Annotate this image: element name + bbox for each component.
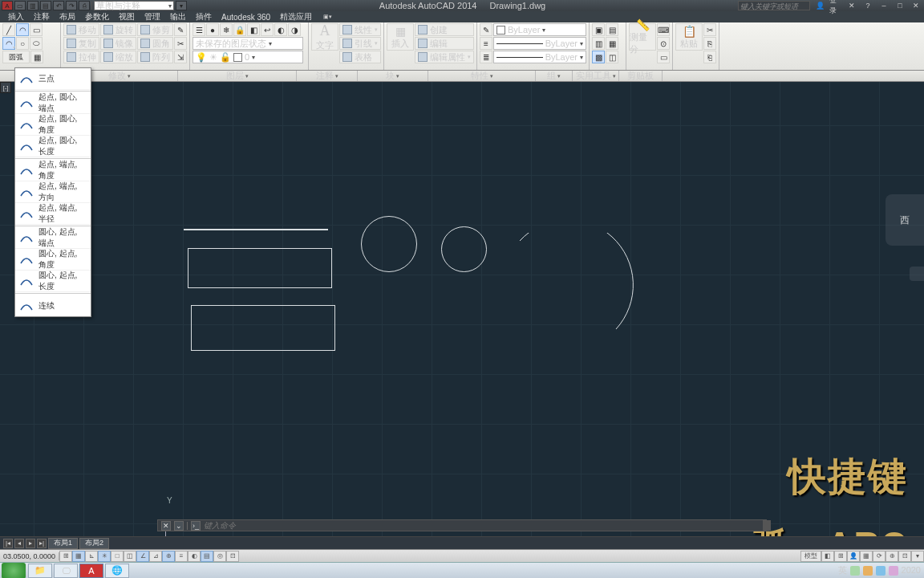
tab-featured[interactable]: 精选应用 xyxy=(275,11,317,22)
window-close[interactable]: ✕ xyxy=(910,1,922,10)
panel-title-block[interactable]: 块▾ xyxy=(358,71,428,81)
panel-title-layer[interactable]: 图层▾ xyxy=(178,71,297,81)
arc-opt-sed[interactable]: 起点, 端点, 方向 xyxy=(15,181,91,203)
line-tool[interactable]: ╱ xyxy=(2,23,15,36)
group-make[interactable]: ▣ xyxy=(592,23,605,36)
tab-parametric[interactable]: 参数化 xyxy=(80,11,114,22)
exchange-icon[interactable]: ✕ xyxy=(845,1,858,10)
group-mgr[interactable]: ◫ xyxy=(606,51,618,63)
arc-tool-open[interactable]: ◠▾ xyxy=(2,37,15,50)
sb-r1[interactable]: ◧ xyxy=(821,551,834,562)
signin-label[interactable]: 登录 xyxy=(829,1,842,10)
insert-big-button[interactable]: ▦插入 xyxy=(387,23,414,51)
layout-tab-1[interactable]: 布局1 xyxy=(48,538,78,549)
fillet-button[interactable]: 圆角 xyxy=(137,37,173,50)
explode-tool[interactable]: ✂ xyxy=(174,37,187,50)
sb-r8[interactable]: ▾ xyxy=(911,551,924,562)
qat-redo[interactable]: ↷ xyxy=(66,1,77,10)
rect-tool[interactable]: ▭ xyxy=(30,23,43,36)
drawn-line[interactable] xyxy=(184,229,328,230)
text-big-button[interactable]: A文字 xyxy=(311,23,338,51)
select-tool[interactable]: ▭ xyxy=(657,51,670,63)
start-button[interactable] xyxy=(2,563,26,579)
layer-prev[interactable]: ↩ xyxy=(261,23,274,36)
arc-opt-scl[interactable]: 起点, 圆心, 长度 xyxy=(15,136,91,157)
app-icon[interactable]: A xyxy=(2,1,13,10)
layer-prop[interactable]: ☰ xyxy=(192,23,205,36)
arc-opt-sca[interactable]: 起点, 圆心, 角度 xyxy=(15,114,91,136)
qat-more[interactable]: ▾ xyxy=(176,1,187,10)
tab-output[interactable]: 输出 xyxy=(165,11,191,22)
lineweight-combo[interactable]: ByLayer▾ xyxy=(493,37,586,50)
arc-opt-cse[interactable]: 圆心, 起点, 端点 xyxy=(15,227,91,249)
arc-opt-sce[interactable]: 起点, 圆心, 端点 xyxy=(15,92,91,114)
panel-title-group[interactable]: 组▾ xyxy=(536,71,573,81)
cmd-resize-handle[interactable] xyxy=(763,520,771,531)
window-maximize[interactable]: □ xyxy=(894,1,906,10)
tab-nav-first[interactable]: |◂ xyxy=(3,539,13,548)
help-icon[interactable]: ? xyxy=(861,1,874,10)
panel-title-annot[interactable]: 注释▾ xyxy=(297,71,358,81)
task-explorer[interactable]: 📁 xyxy=(28,564,52,578)
tab-insert[interactable]: 插入 xyxy=(3,11,29,22)
workspace-combo[interactable]: 草图与注释 ▾ xyxy=(94,1,174,10)
calc-tool[interactable]: ⌨ xyxy=(657,23,670,36)
match-prop[interactable]: ✎ xyxy=(480,23,492,36)
sb-r6[interactable]: ⊕ xyxy=(886,551,898,562)
arc-opt-3point[interactable]: 三点 xyxy=(15,68,91,90)
layer-more2[interactable]: ◑ xyxy=(288,23,301,36)
sb-lwt[interactable]: ≡ xyxy=(175,551,188,562)
offset-tool[interactable]: ⇲ xyxy=(174,51,187,63)
tab-nav-last[interactable]: ▸| xyxy=(37,539,47,548)
drawn-circle-1[interactable] xyxy=(361,216,417,272)
tab-nav-prev[interactable]: ◂ xyxy=(14,539,24,548)
sb-r2[interactable]: ⊞ xyxy=(834,551,847,562)
qat-new[interactable]: ▭ xyxy=(14,1,26,10)
sb-trans[interactable]: ◐ xyxy=(188,551,201,562)
task-browser[interactable]: 🌐 xyxy=(105,564,129,578)
block-attr[interactable]: 编辑属性▾ xyxy=(415,51,474,63)
panel-title-clip[interactable]: 剪贴板 xyxy=(619,71,663,81)
sb-polar[interactable]: ✳ xyxy=(98,551,111,562)
ellipse-tool[interactable]: ⬭ xyxy=(30,37,43,50)
sb-snap[interactable]: ⊞ xyxy=(59,551,72,562)
tab-annotate[interactable]: 注释 xyxy=(29,11,55,22)
qat-save[interactable]: ▤ xyxy=(40,1,51,10)
tab-autodesk360[interactable]: Autodesk 360 xyxy=(217,11,275,22)
rotate-button[interactable]: 旋转 xyxy=(100,23,136,36)
prop-list1[interactable]: ≡ xyxy=(480,37,492,50)
measure-button[interactable]: 📏测量分 xyxy=(629,23,656,51)
layer-state-combo[interactable]: 未保存的图层状态▾ xyxy=(192,37,303,50)
sb-ducs[interactable]: ⊿ xyxy=(149,551,162,562)
tab-nav-next[interactable]: ▸ xyxy=(26,539,35,548)
tab-expand[interactable]: ▣▾ xyxy=(317,11,337,22)
tray-clock[interactable]: 2020 xyxy=(902,567,921,574)
copy-clip[interactable]: ⎘ xyxy=(703,37,716,50)
qat-undo[interactable]: ↶ xyxy=(53,1,64,10)
drawing-canvas[interactable]: Y X 西 快捷键 弧：ARC xyxy=(0,82,924,538)
sb-dyn[interactable]: ⊕ xyxy=(162,551,175,562)
move-button[interactable]: 移动 xyxy=(63,23,99,36)
help-search[interactable]: 键入关键字或短语 xyxy=(738,1,810,10)
color-combo[interactable]: ByLayer▾ xyxy=(493,23,586,36)
viewport-control[interactable]: [-] xyxy=(0,82,11,93)
tab-plugins[interactable]: 插件 xyxy=(191,11,217,22)
arc-opt-csa[interactable]: 圆心, 起点, 角度 xyxy=(15,249,91,271)
cmd-close[interactable]: ✕ xyxy=(161,521,171,531)
sb-3dosnap[interactable]: ◫ xyxy=(124,551,136,562)
group-un[interactable]: ▥ xyxy=(592,37,605,50)
array-button[interactable]: 阵列 xyxy=(137,51,173,63)
layer-iso[interactable]: ◧ xyxy=(247,23,260,36)
arc-opt-csl[interactable]: 圆心, 起点, 长度 xyxy=(15,271,91,292)
cmd-input[interactable] xyxy=(204,521,763,530)
panel-title-util[interactable]: 实用工具▾ xyxy=(573,71,619,81)
block-edit[interactable]: 编辑 xyxy=(415,37,474,50)
viewcube[interactable]: 西 xyxy=(886,194,924,246)
sb-sc[interactable]: ◎ xyxy=(213,551,226,562)
drawn-rect-1[interactable] xyxy=(188,248,332,288)
layer-more1[interactable]: ◐ xyxy=(274,23,287,36)
sb-r5[interactable]: ⟳ xyxy=(873,551,886,562)
tab-manage[interactable]: 管理 xyxy=(140,11,165,22)
tray-lang[interactable]: 英 xyxy=(838,564,847,576)
mirror-button[interactable]: 镜像 xyxy=(100,37,136,50)
